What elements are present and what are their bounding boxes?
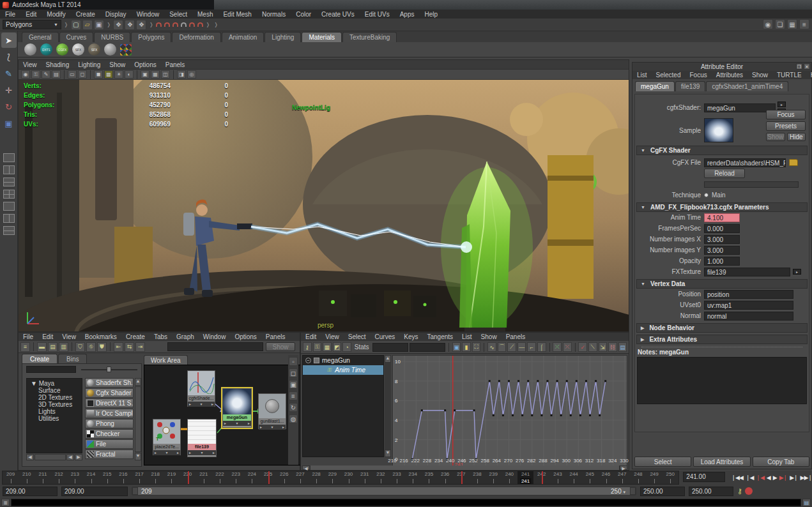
step-tangent-icon[interactable]: ⌐ [527, 342, 536, 352]
time-ruler[interactable]: 2092102112122132142152162172182192202212… [2, 471, 679, 485]
presets-button[interactable]: Presets [766, 121, 806, 131]
field-chart-icon[interactable]: ▦ [151, 70, 160, 79]
menu-edit[interactable]: Edit [20, 10, 42, 19]
viewport-menu-lighting[interactable]: Lighting [73, 61, 105, 68]
xray-icon[interactable]: ◨ [177, 70, 186, 79]
sfx-dark-icon[interactable]: SFX [88, 43, 100, 56]
frame-226[interactable]: 226 [276, 471, 292, 484]
node-place2dtexture[interactable]: T place2dTe... ▸▾▸ [153, 419, 181, 455]
node-file139[interactable]: file139 ▸▾▸ [187, 419, 217, 457]
auto-keyframe-icon[interactable] [745, 487, 753, 495]
step-back-frame-button[interactable]: ❘◀ [746, 474, 753, 481]
ae-menu-selected[interactable]: Selected [652, 72, 686, 79]
hypershade-filter-field[interactable] [167, 342, 263, 351]
playback-range-bar[interactable]: 209 250 ▾ [132, 487, 636, 496]
snap-view-plane-icon[interactable] [189, 22, 195, 27]
scale-tool[interactable]: ▣ [1, 116, 17, 131]
step-forward-frame-button[interactable]: ▶❘ [790, 474, 797, 481]
graph-menu-edit[interactable]: Edit [301, 333, 321, 340]
frame-249[interactable]: 249 [647, 471, 663, 484]
frame-250[interactable]: 250 [663, 471, 678, 484]
menu-window[interactable]: Window [132, 10, 165, 19]
graph-updown-icon[interactable]: ⛗ [86, 342, 96, 352]
panel-layout-icon[interactable]: ❏ [775, 19, 785, 29]
notes-textarea[interactable] [637, 357, 807, 404]
snap-curve-icon[interactable] [164, 22, 170, 27]
play-forward-button[interactable]: ▶ [773, 474, 777, 481]
section-extra-attributes[interactable]: ▶Extra Attributes [636, 335, 808, 344]
shelf-tab-nurbs[interactable]: NURBS [94, 32, 130, 42]
isolate-select-icon[interactable]: ◎ [187, 70, 196, 79]
shelf-tab-curves[interactable]: Curves [59, 32, 94, 42]
frame-237[interactable]: 237 [453, 471, 469, 484]
ae-tab-megagun[interactable]: megaGun [635, 81, 675, 91]
param-field-opacity[interactable]: 1.000 [704, 257, 740, 266]
two-pane-side-layout[interactable] [3, 165, 15, 174]
frame-all-icon[interactable]: ▣ [452, 342, 461, 352]
frame-235[interactable]: 235 [421, 471, 437, 484]
vertex-field-normal[interactable]: normal [704, 312, 793, 321]
animation-end-field[interactable]: 250.00 [689, 487, 733, 496]
dxt1-icon[interactable]: DXT1 [40, 43, 52, 56]
node-type-directx-11-s[interactable]: DirectX 11 S... [85, 398, 134, 408]
frame-246[interactable]: 246 [598, 471, 614, 484]
viewport-menu-panels[interactable]: Panels [161, 61, 190, 68]
graph-menu-select[interactable]: Select [344, 333, 371, 340]
playback-start-field[interactable]: 209.00 [61, 487, 128, 496]
persp-outliner-layout[interactable] [3, 202, 15, 211]
section-node-behavior[interactable]: ▶Node Behavior [636, 323, 808, 333]
frame-216[interactable]: 216 [115, 471, 131, 484]
perspective-viewport[interactable]: ViewShadingLightingShowOptionsPanels ◉⚿✎… [18, 59, 629, 332]
param-field-number-images-y[interactable]: 3.000 [704, 246, 740, 255]
menu-create[interactable]: Create [71, 10, 100, 19]
frame-213[interactable]: 213 [67, 471, 83, 484]
frame-236[interactable]: 236 [437, 471, 453, 484]
select-object-icon[interactable]: ❖ [125, 20, 135, 30]
work-area-tab[interactable]: Work Area [144, 355, 188, 365]
save-scene-icon[interactable]: ▣ [94, 20, 104, 30]
frame-232[interactable]: 232 [372, 471, 388, 484]
hypershade-persp-layout[interactable] [3, 214, 15, 223]
create-bar-icon[interactable]: ≡ [20, 342, 30, 352]
outliner-node-row[interactable]: − megaGun [303, 356, 383, 365]
attribute-editor-titlebar[interactable]: Attribute Editor ❐ ✕ [632, 63, 811, 71]
section-cgfx-shader[interactable]: ▼CgFX Shader [636, 146, 808, 155]
shelf-tab-general[interactable]: General [22, 32, 59, 42]
frame-243[interactable]: 243 [549, 471, 565, 484]
outliner-channel-row[interactable]: ⚿ Anim Time [303, 365, 383, 375]
shelf-tab-deformation[interactable]: Deformation [172, 32, 220, 42]
step-back-key-button[interactable]: ❘◀ [756, 474, 763, 481]
show-button[interactable]: Show [266, 342, 295, 351]
refresh-swatch-icon[interactable]: ↻ [289, 403, 298, 412]
move-nearest-key-icon[interactable]: ⚷ [303, 342, 312, 352]
close-icon[interactable]: ✕ [804, 63, 810, 70]
paint-select-tool[interactable]: ✎ [1, 66, 17, 81]
snap-grid-icon[interactable] [156, 22, 162, 27]
frame-217[interactable]: 217 [132, 471, 148, 484]
frame-227[interactable]: 227 [292, 471, 308, 484]
cgfxshader-name-field[interactable]: megaGun [704, 103, 776, 112]
cgfx-file-field[interactable]: renderData\shaders\HSM_FX.cgfx [704, 158, 786, 167]
graph-menu-show[interactable]: Show [477, 333, 502, 340]
swatch-large-icon[interactable]: ▣ [289, 380, 298, 389]
range-start-handle[interactable] [132, 487, 138, 495]
param-field-number-images-x[interactable]: 3.000 [704, 235, 740, 244]
swatch-medium-icon[interactable]: ◻ [289, 368, 298, 377]
node-cgfxshader-animcurve[interactable]: cgfxShade... ▸▾▸ [187, 370, 215, 407]
hypershade-menu-edit[interactable]: Edit [38, 333, 57, 340]
menu-edit-uvs[interactable]: Edit UVs [360, 10, 395, 19]
node-type-cgfx-shader[interactable]: Cgfx Shader [85, 388, 134, 398]
hypershade-tab-bins[interactable]: Bins [58, 354, 87, 364]
frame-222[interactable]: 222 [211, 471, 227, 484]
lighting-all-icon[interactable]: ☀ [114, 70, 123, 79]
viewport-scene[interactable]: Verts:4867540Edges:9313100Polygons:45279… [19, 80, 629, 331]
unify-tangents-icon[interactable]: ⤫ [563, 342, 572, 352]
tree-item-2d-textures[interactable]: 2D Textures [27, 394, 82, 401]
node-megagun[interactable]: megaGun ▸▾▸ [222, 388, 252, 428]
snap-point-icon[interactable] [172, 22, 178, 27]
menu-edit-mesh[interactable]: Edit Mesh [218, 10, 256, 19]
ae-menu-attributes[interactable]: Attributes [712, 72, 747, 79]
copy-tab-button[interactable]: Copy Tab [753, 457, 809, 467]
frame-210[interactable]: 210 [19, 471, 34, 484]
tree-item-utilities[interactable]: Utilities [27, 415, 82, 422]
